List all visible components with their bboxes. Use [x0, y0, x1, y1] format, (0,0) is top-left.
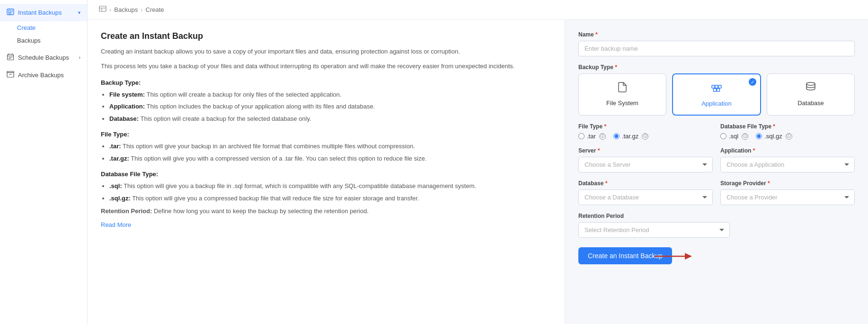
svg-rect-15: [99, 6, 106, 11]
breadcrumb: › Backups › Create: [88, 0, 868, 20]
application-card-label: Application: [701, 100, 732, 107]
retention-field-group: Retention Period Select Retention Period: [578, 213, 855, 238]
sidebar: Instant Backups ▾ Create Backups Schedul…: [0, 0, 88, 324]
page-title: Create an Instant Backup: [101, 31, 551, 41]
backup-type-list: File system: This option will create a b…: [101, 90, 551, 124]
backup-type-field-group: Backup Type * File System: [578, 64, 855, 116]
server-label: Server *: [578, 147, 713, 154]
database-provider-row: Database * Choose a Database Storage Pro…: [578, 180, 855, 213]
list-item: .tar.gz: This option will give you with …: [109, 154, 551, 163]
sqlgz-radio-item[interactable]: .sql.gz ⓘ: [756, 133, 792, 140]
backup-type-label: Backup Type *: [578, 64, 855, 71]
database-select[interactable]: Choose a Database: [578, 189, 713, 205]
db-file-type-field-group: Database File Type * .sql ⓘ .sql.gz ⓘ: [720, 123, 855, 140]
breadcrumb-backups[interactable]: Backups: [114, 6, 138, 13]
targz-radio-item[interactable]: .tar.gz ⓘ: [613, 133, 648, 140]
server-select[interactable]: Choose a Server: [578, 157, 713, 172]
instant-backups-label: Instant Backups: [18, 9, 62, 16]
list-term: .sql:: [109, 182, 122, 189]
schedule-backups-label: Schedule Backups: [18, 54, 69, 61]
list-term: Application:: [109, 103, 145, 110]
schedule-icon: [7, 53, 14, 62]
retention-select[interactable]: Select Retention Period: [578, 222, 730, 238]
sqlgz-label: .sql.gz: [764, 133, 782, 140]
targz-info-icon[interactable]: ⓘ: [642, 133, 648, 140]
list-term: .tar.gz:: [109, 155, 129, 162]
application-select[interactable]: Choose a Application: [720, 157, 855, 172]
name-field-group: Name *: [578, 31, 855, 56]
file-type-radios: .tar ⓘ .tar.gz ⓘ: [578, 133, 713, 140]
list-item: .sql.gz: This option will give you a com…: [109, 194, 551, 203]
targz-label: .tar.gz: [622, 133, 638, 140]
backup-type-card-database[interactable]: Database: [767, 73, 855, 116]
svg-rect-22: [717, 89, 720, 91]
list-term: File system:: [109, 91, 145, 98]
list-term: .sql.gz:: [109, 195, 131, 202]
storage-provider-select[interactable]: Choose a Provider: [720, 189, 855, 205]
tar-label: .tar: [587, 133, 596, 140]
name-label: Name *: [578, 31, 855, 38]
sql-label: .sql: [729, 133, 738, 140]
sqlgz-radio[interactable]: [756, 133, 762, 139]
create-button-row: Create an Instant Backup: [578, 245, 855, 264]
backup-type-card-application[interactable]: ✓ Application: [672, 73, 761, 116]
storage-provider-field-group: Storage Provider * Choose a Provider: [720, 180, 855, 205]
sql-radio-item[interactable]: .sql ⓘ: [720, 133, 748, 140]
backup-name-input[interactable]: [578, 41, 855, 56]
server-application-row: Server * Choose a Server Application * C…: [578, 147, 855, 180]
desc-1: Creating an instant backup allows you to…: [101, 47, 551, 57]
archive-backups-label: Archive Backups: [18, 72, 64, 79]
list-item: .tar: This option will give your backup …: [109, 142, 551, 151]
db-file-type-section-title: Database File Type:: [101, 171, 551, 178]
db-file-type-list: .sql: This option will give you a backup…: [101, 181, 551, 203]
chevron-right-icon: ›: [79, 55, 80, 60]
database-field-group: Database * Choose a Database: [578, 180, 713, 205]
backup-type-section-title: Backup Type:: [101, 79, 551, 86]
application-icon: [711, 82, 722, 96]
server-field-group: Server * Choose a Server: [578, 147, 713, 172]
file-type-row: File Type * .tar ⓘ .tar.gz ⓘ: [578, 123, 855, 147]
svg-rect-19: [715, 85, 718, 88]
backup-type-cards: File System ✓: [578, 73, 855, 116]
sqlgz-info-icon[interactable]: ⓘ: [786, 133, 792, 140]
list-term: Database:: [109, 115, 139, 122]
svg-rect-20: [718, 85, 721, 88]
database-label: Database *: [578, 180, 713, 187]
left-panel: Create an Instant Backup Creating an ins…: [88, 20, 565, 324]
sidebar-item-schedule-backups[interactable]: Schedule Backups ›: [0, 49, 87, 66]
backup-type-card-filesystem[interactable]: File System: [578, 73, 666, 116]
content-area: Create an Instant Backup Creating an ins…: [88, 20, 868, 324]
main-content: › Backups › Create Create an Instant Bac…: [88, 0, 868, 324]
database-icon: [805, 81, 816, 96]
tar-info-icon[interactable]: ⓘ: [599, 133, 606, 140]
svg-rect-21: [714, 89, 717, 91]
list-item: Database: This option will create a back…: [109, 114, 551, 124]
sidebar-item-instant-backups[interactable]: Instant Backups ▾: [0, 4, 87, 21]
breadcrumb-create: Create: [146, 6, 164, 13]
tar-radio-item[interactable]: .tar ⓘ: [578, 133, 606, 140]
home-icon[interactable]: [99, 6, 106, 14]
retention-desc: Retention Period: Define how long you wa…: [101, 207, 551, 216]
archive-icon: [7, 71, 14, 80]
list-item: Application: This option includes the ba…: [109, 102, 551, 111]
sql-radio[interactable]: [720, 133, 726, 139]
desc-2: This process lets you take a backup of y…: [101, 62, 551, 72]
targz-radio[interactable]: [613, 133, 620, 139]
svg-rect-1: [9, 10, 11, 12]
svg-rect-13: [7, 72, 14, 73]
svg-rect-12: [7, 72, 14, 77]
retention-label: Retention Period: [578, 213, 855, 219]
chevron-down-icon: ▾: [78, 10, 80, 15]
sql-info-icon[interactable]: ⓘ: [742, 133, 748, 140]
sidebar-item-archive-backups[interactable]: Archive Backups: [0, 66, 87, 84]
read-more-link[interactable]: Read More: [101, 221, 131, 228]
list-item: File system: This option will create a b…: [109, 90, 551, 99]
tar-radio[interactable]: [578, 133, 585, 139]
svg-rect-18: [712, 85, 715, 88]
storage-provider-label: Storage Provider *: [720, 180, 855, 187]
sidebar-item-create[interactable]: Create: [0, 21, 87, 34]
sidebar-item-backups[interactable]: Backups: [0, 34, 87, 47]
retention-term: Retention Period:: [101, 207, 152, 215]
database-card-label: Database: [797, 99, 824, 107]
file-type-field-group: File Type * .tar ⓘ .tar.gz ⓘ: [578, 123, 713, 140]
